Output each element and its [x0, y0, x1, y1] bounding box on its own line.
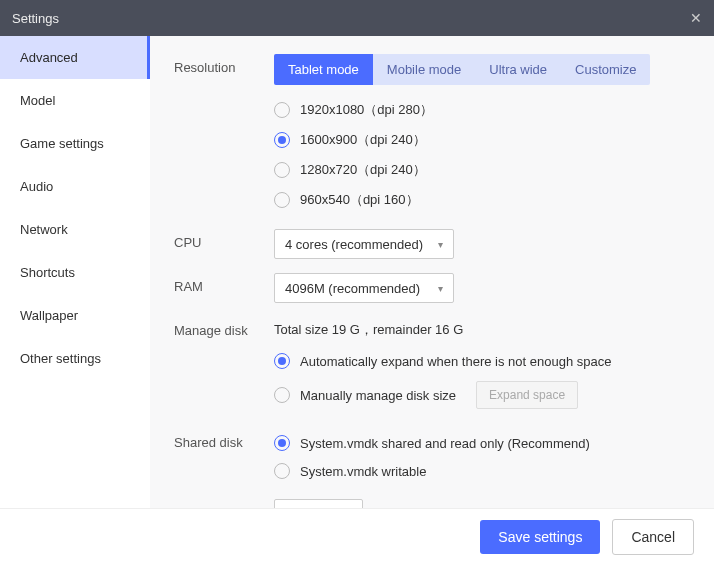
sidebar-item-other-settings[interactable]: Other settings [0, 337, 150, 380]
radio-icon [274, 132, 290, 148]
radio-label: System.vmdk shared and read only (Recomm… [300, 436, 590, 451]
content-panel: Resolution Tablet mode Mobile mode Ultra… [150, 36, 714, 508]
chevron-down-icon: ▾ [438, 239, 443, 250]
radio-icon [274, 387, 290, 403]
resolution-option-1280[interactable]: 1280x720（dpi 240） [274, 155, 690, 185]
radio-icon [274, 463, 290, 479]
radio-label: 960x540（dpi 160） [300, 191, 419, 209]
main-area: Advanced Model Game settings Audio Netwo… [0, 36, 714, 508]
radio-label: System.vmdk writable [300, 464, 426, 479]
radio-icon [274, 435, 290, 451]
resolution-mode-tabs: Tablet mode Mobile mode Ultra wide Custo… [274, 54, 650, 85]
row-cpu: CPU 4 cores (recommended) ▾ [174, 229, 690, 259]
row-manage-disk: Manage disk Total size 19 G，remainder 16… [174, 317, 690, 415]
row-shared-disk: Shared disk System.vmdk shared and read … [174, 429, 690, 485]
mode-label: Tablet mode [288, 62, 359, 77]
expand-space-button[interactable]: Expand space [476, 381, 578, 409]
row-ram: RAM 4096M (recommended) ▾ [174, 273, 690, 303]
sidebar-item-label: Other settings [20, 351, 101, 366]
label-clear-cache: Clear disk cache [174, 499, 274, 508]
sidebar-item-audio[interactable]: Audio [0, 165, 150, 208]
mode-label: Mobile mode [387, 62, 461, 77]
shared-option-writable[interactable]: System.vmdk writable [274, 457, 690, 485]
disk-info-text: Total size 19 G，remainder 16 G [274, 317, 690, 347]
radio-label: Automatically expand when there is not e… [300, 354, 611, 369]
mode-mobile[interactable]: Mobile mode [373, 54, 475, 85]
sidebar-item-label: Shortcuts [20, 265, 75, 280]
label-shared-disk: Shared disk [174, 429, 274, 450]
sidebar-item-label: Model [20, 93, 55, 108]
sidebar: Advanced Model Game settings Audio Netwo… [0, 36, 150, 508]
row-resolution: Resolution Tablet mode Mobile mode Ultra… [174, 54, 690, 215]
sidebar-item-label: Game settings [20, 136, 104, 151]
disk-option-manual[interactable]: Manually manage disk size Expand space [274, 375, 690, 415]
row-clear-cache: Clear disk cache Clear now [174, 499, 690, 508]
radio-icon [274, 192, 290, 208]
mode-label: Customize [575, 62, 636, 77]
window-title: Settings [12, 11, 59, 26]
label-cpu: CPU [174, 229, 274, 250]
sidebar-item-label: Advanced [20, 50, 78, 65]
chevron-down-icon: ▾ [438, 283, 443, 294]
resolution-option-1920[interactable]: 1920x1080（dpi 280） [274, 95, 690, 125]
close-icon[interactable]: ✕ [690, 10, 702, 26]
sidebar-item-label: Network [20, 222, 68, 237]
radio-icon [274, 102, 290, 118]
mode-customize[interactable]: Customize [561, 54, 650, 85]
resolution-option-960[interactable]: 960x540（dpi 160） [274, 185, 690, 215]
mode-tablet[interactable]: Tablet mode [274, 54, 373, 85]
radio-icon [274, 353, 290, 369]
shared-option-readonly[interactable]: System.vmdk shared and read only (Recomm… [274, 429, 690, 457]
sidebar-item-label: Audio [20, 179, 53, 194]
cpu-select[interactable]: 4 cores (recommended) ▾ [274, 229, 454, 259]
sidebar-item-wallpaper[interactable]: Wallpaper [0, 294, 150, 337]
titlebar: Settings ✕ [0, 0, 714, 36]
radio-label: Manually manage disk size [300, 388, 456, 403]
mode-label: Ultra wide [489, 62, 547, 77]
select-value: 4 cores (recommended) [285, 237, 423, 252]
sidebar-item-label: Wallpaper [20, 308, 78, 323]
cancel-button[interactable]: Cancel [612, 519, 694, 555]
radio-label: 1600x900（dpi 240） [300, 131, 426, 149]
sidebar-item-game-settings[interactable]: Game settings [0, 122, 150, 165]
resolution-option-1600[interactable]: 1600x900（dpi 240） [274, 125, 690, 155]
radio-label: 1920x1080（dpi 280） [300, 101, 433, 119]
sidebar-item-shortcuts[interactable]: Shortcuts [0, 251, 150, 294]
label-ram: RAM [174, 273, 274, 294]
disk-option-auto[interactable]: Automatically expand when there is not e… [274, 347, 690, 375]
mode-ultra-wide[interactable]: Ultra wide [475, 54, 561, 85]
clear-now-button[interactable]: Clear now [274, 499, 363, 508]
select-value: 4096M (recommended) [285, 281, 420, 296]
sidebar-item-network[interactable]: Network [0, 208, 150, 251]
sidebar-item-model[interactable]: Model [0, 79, 150, 122]
save-settings-button[interactable]: Save settings [480, 520, 600, 554]
sidebar-item-advanced[interactable]: Advanced [0, 36, 150, 79]
label-resolution: Resolution [174, 54, 274, 75]
radio-icon [274, 162, 290, 178]
label-manage-disk: Manage disk [174, 317, 274, 338]
radio-label: 1280x720（dpi 240） [300, 161, 426, 179]
footer: Save settings Cancel [0, 508, 714, 564]
ram-select[interactable]: 4096M (recommended) ▾ [274, 273, 454, 303]
